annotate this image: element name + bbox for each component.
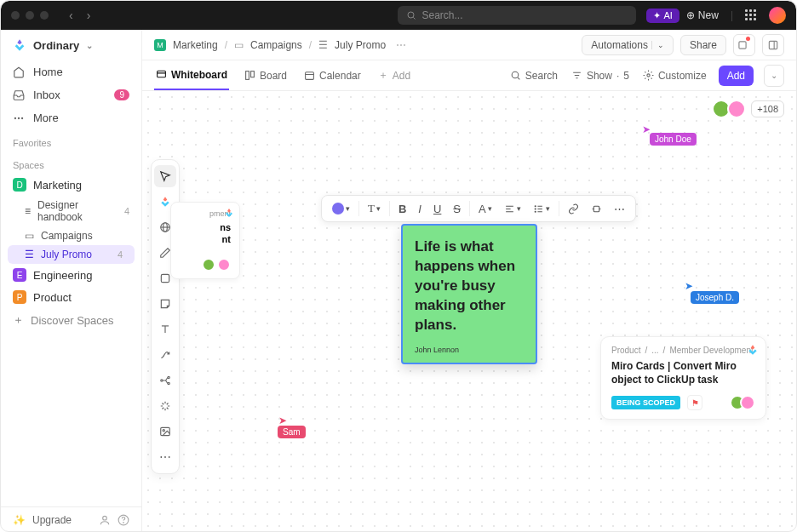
svg-point-22	[647, 74, 650, 77]
history-nav[interactable]: ‹ ›	[64, 7, 95, 24]
more-collaborators[interactable]: +108	[751, 100, 784, 117]
text-tool[interactable]	[154, 318, 176, 340]
tab-board[interactable]: Board	[243, 60, 289, 90]
fill-color[interactable]: ▾	[327, 198, 355, 219]
global-search[interactable]: Search...	[398, 6, 636, 25]
priority-flag-icon[interactable]: ⚑	[687, 395, 702, 410]
svg-point-30	[168, 376, 169, 378]
italic-button[interactable]: I	[413, 198, 427, 219]
toolbar-search[interactable]: Search	[508, 70, 559, 82]
font-size[interactable]: T▾	[363, 198, 386, 219]
sticky-tool[interactable]	[154, 293, 176, 315]
text-color[interactable]: A▾	[473, 198, 497, 219]
list-icon: ☰	[318, 39, 328, 51]
task-card-partial[interactable]: pment nsnt	[170, 202, 240, 279]
status-badge[interactable]: BEING SCOPED	[611, 396, 680, 409]
space-color-icon: E	[13, 268, 26, 282]
svg-line-18	[518, 77, 519, 79]
discover-spaces[interactable]: ＋ Discover Spaces	[1, 308, 141, 332]
whiteboard-canvas[interactable]: +108 ⋯ ➤ John Doe ➤ Joseph D.	[142, 91, 796, 532]
bc-folder[interactable]: Campaigns	[250, 39, 302, 51]
search-icon	[510, 70, 521, 81]
svg-rect-43	[593, 206, 599, 212]
bc-page[interactable]: July Promo	[335, 39, 386, 51]
gear-icon	[643, 70, 654, 81]
apps-icon[interactable]	[745, 9, 757, 21]
sticky-text[interactable]: Life is what happens when you're busy ma…	[415, 237, 524, 335]
connector-tool[interactable]	[154, 344, 176, 366]
tab-add-view[interactable]: ＋ Add	[376, 60, 412, 90]
panel-icon[interactable]	[762, 34, 784, 56]
clickup-logo-icon	[747, 344, 759, 356]
list-july-promo[interactable]: ☰ July Promo 4	[8, 245, 135, 264]
space-product[interactable]: P Product	[1, 286, 141, 308]
spaces-label: Spaces	[1, 152, 141, 174]
ai-button[interactable]: ✦ AI	[646, 9, 679, 23]
nav-home[interactable]: Home	[1, 60, 141, 83]
task-title[interactable]: Miro Cards | Convert Miro object to Clic…	[611, 359, 755, 386]
task-card[interactable]: Product/ .../ Member Development Miro Ca…	[600, 336, 766, 420]
share-button[interactable]: Share	[680, 35, 726, 55]
folder-icon: ▭	[25, 230, 34, 242]
link-button[interactable]	[563, 198, 584, 219]
plus-icon: ＋	[378, 68, 388, 83]
sticky-note[interactable]: Life is what happens when you're busy ma…	[401, 224, 537, 364]
automations-button[interactable]: Automations ⌄	[582, 35, 674, 55]
breadcrumb: M Marketing / ▭ Campaigns / ☰ July Promo…	[142, 30, 796, 60]
select-tool[interactable]	[154, 165, 176, 187]
folder-campaigns[interactable]: ▭ Campaigns	[1, 226, 141, 245]
underline-button[interactable]: U	[428, 198, 446, 219]
svg-point-38	[535, 208, 536, 209]
add-button[interactable]: Add	[719, 66, 754, 86]
sticky-author[interactable]: John Lennon	[415, 346, 524, 354]
search-icon	[406, 10, 416, 20]
avatar[interactable]	[727, 100, 746, 118]
avatar[interactable]	[740, 395, 755, 410]
help-icon[interactable]	[118, 514, 129, 526]
list-button[interactable]: ▾	[528, 198, 555, 219]
inbox-icon	[13, 89, 25, 101]
space-marketing[interactable]: D Marketing	[1, 174, 141, 196]
notify-icon[interactable]	[733, 34, 755, 56]
folder-designer-handbook[interactable]: ≡ Designer handbook 4	[1, 196, 141, 226]
collaborator-strip[interactable]: +108	[712, 100, 784, 118]
toolbar-show[interactable]: Show · 5	[570, 70, 631, 82]
tab-calendar[interactable]: Calendar	[302, 60, 363, 90]
image-tool[interactable]	[154, 420, 176, 443]
tab-whiteboard[interactable]: Whiteboard	[154, 60, 229, 90]
ai-tool[interactable]	[154, 395, 176, 417]
forward-icon[interactable]: ›	[82, 7, 96, 24]
add-dropdown[interactable]: ⌄	[764, 65, 784, 87]
bold-button[interactable]: B	[393, 198, 411, 219]
user-avatar[interactable]	[769, 7, 786, 24]
upgrade-link[interactable]: Upgrade	[32, 514, 72, 526]
svg-rect-11	[158, 71, 166, 77]
more-tools[interactable]: ⋯	[154, 446, 176, 468]
mindmap-tool[interactable]	[154, 369, 176, 392]
folder-icon: ▭	[234, 39, 244, 51]
more-format[interactable]: ⋯	[609, 198, 630, 219]
toolbar-customize[interactable]: Customize	[641, 70, 708, 82]
new-button[interactable]: ⊕ New	[686, 9, 719, 21]
cursor-icon: ➤	[685, 280, 693, 292]
strike-button[interactable]: S	[448, 198, 466, 219]
nav-more[interactable]: More	[1, 106, 141, 129]
chevron-down-icon: ⌄	[651, 41, 664, 49]
more-icon[interactable]: ⋯	[396, 39, 406, 51]
view-tabs: Whiteboard Board Calendar ＋ Add Search	[142, 60, 796, 91]
svg-rect-26	[161, 274, 169, 282]
space-engineering[interactable]: E Engineering	[1, 264, 141, 286]
window-controls[interactable]	[11, 11, 49, 20]
user-icon[interactable]	[99, 514, 111, 526]
svg-point-4	[14, 117, 15, 118]
convert-button[interactable]	[586, 198, 607, 219]
back-icon[interactable]: ‹	[64, 7, 78, 24]
align-button[interactable]: ▾	[499, 198, 526, 219]
list-icon: ☰	[25, 249, 34, 260]
svg-point-5	[103, 516, 107, 520]
nav-inbox[interactable]: Inbox 9	[1, 83, 141, 106]
workspace-switcher[interactable]: Ordinary ⌄	[1, 30, 141, 60]
content-area: M Marketing / ▭ Campaigns / ☰ July Promo…	[142, 30, 796, 532]
clickup-logo-icon	[13, 38, 26, 52]
bc-space[interactable]: Marketing	[173, 39, 218, 51]
